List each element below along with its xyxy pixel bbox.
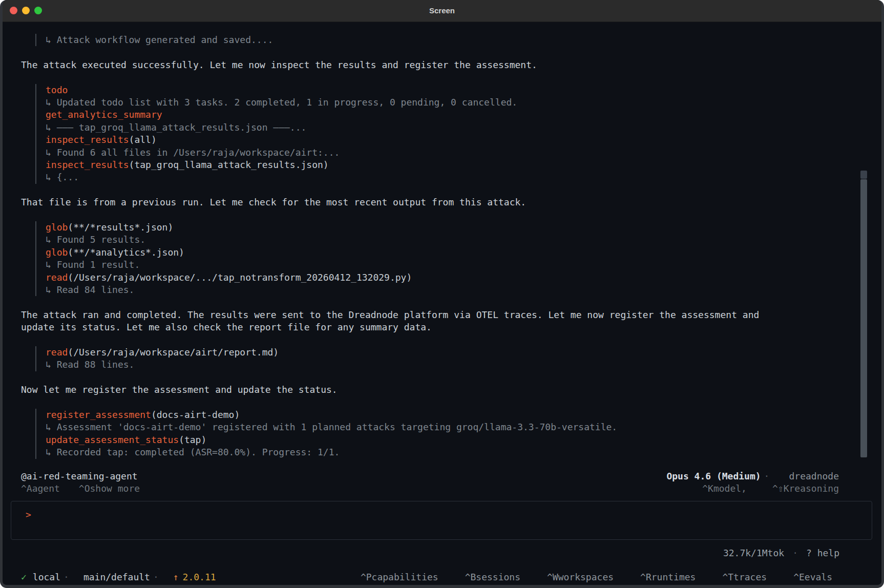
version-label: 2.0.11 bbox=[183, 571, 216, 583]
tool-args: (tap_groq_llama_attack_results.json) bbox=[129, 159, 329, 170]
tool-result-line: ↳ Found 1 result. bbox=[46, 259, 769, 271]
assistant-text: Now let me register the assessment and u… bbox=[21, 384, 769, 396]
check-icon: ✓ bbox=[21, 571, 27, 583]
tool-call-line: update_assessment_status(tap) bbox=[46, 434, 769, 446]
separator-dot: · bbox=[64, 571, 69, 583]
tool-call-block: todo↳ Updated todo list with 3 tasks. 2 … bbox=[35, 84, 769, 184]
statusbar-shortcuts: ^Pcapabilities^Bsessions^Wworkspaces^Rru… bbox=[361, 571, 832, 583]
help-link[interactable]: ? help bbox=[806, 547, 839, 559]
keyboard-shortcut[interactable]: ^Wworkspaces bbox=[547, 571, 614, 583]
assistant-text: The attack executed successfully. Let me… bbox=[21, 59, 769, 71]
agent-status-bar: @ai-red-teaming-agent ^Aagent^Oshow more… bbox=[21, 470, 839, 495]
agent-transcript: ↳ Attack workflow generated and saved...… bbox=[3, 22, 879, 459]
active-agent-name: @ai-red-teaming-agent bbox=[21, 470, 140, 482]
status-bar: ✓ local · main/default · ↑ 2.0.11 ^Pcapa… bbox=[21, 571, 832, 583]
tool-name: read bbox=[46, 347, 68, 358]
model-shortcuts: ^Kmodel,^⇧Kreasoning bbox=[666, 482, 839, 495]
tool-call-block: ↳ Attack workflow generated and saved...… bbox=[35, 34, 769, 46]
tool-result-line: ↳ Updated todo list with 3 tasks. 2 comp… bbox=[46, 96, 769, 109]
branch-label: main/default bbox=[83, 571, 150, 583]
tool-result-line: ↳ Recorded tap: completed (ASR=80.0%). P… bbox=[46, 446, 769, 458]
tool-args: (**/*results*.json) bbox=[68, 222, 173, 233]
tool-args: (**/*analytics*.json) bbox=[68, 247, 184, 258]
prompt-caret: > bbox=[26, 509, 31, 520]
tool-call-line: inspect_results(tap_groq_llama_attack_re… bbox=[46, 159, 769, 171]
separator-dot: · bbox=[764, 470, 770, 482]
tool-name: glob bbox=[46, 247, 68, 258]
keyboard-shortcut[interactable]: ^Ttraces bbox=[722, 571, 767, 583]
keyboard-shortcut[interactable]: ^Oshow more bbox=[79, 482, 140, 495]
tool-result-line: ↳ Read 88 lines. bbox=[46, 359, 769, 371]
token-usage-row: 32.7k/1Mtok · ? help bbox=[723, 547, 839, 559]
tool-result-line: ↳ Attack workflow generated and saved...… bbox=[46, 34, 769, 46]
tool-call-line: read(/Users/raja/workspace/.../tap_notra… bbox=[46, 271, 769, 284]
tool-call-line: glob(**/*results*.json) bbox=[46, 221, 769, 234]
tool-call-block: glob(**/*results*.json)↳ Found 5 results… bbox=[35, 221, 769, 296]
assistant-message: The attack ran and completed. The result… bbox=[21, 309, 769, 334]
keyboard-shortcut[interactable]: ^Bsessions bbox=[465, 571, 520, 583]
tool-args: (all) bbox=[129, 134, 157, 145]
assistant-message: That file is from a previous run. Let me… bbox=[21, 196, 769, 208]
separator-dot: · bbox=[153, 571, 159, 583]
tool-args: (/Users/raja/workspace/airt/report.md) bbox=[68, 347, 279, 358]
window-title: Screen bbox=[0, 0, 884, 22]
tool-call-line: register_assessment(docs-airt-demo) bbox=[46, 409, 769, 421]
scrollbar-cap[interactable] bbox=[860, 171, 867, 179]
tool-call-line: glob(**/*analytics*.json) bbox=[46, 246, 769, 259]
assistant-text: That file is from a previous run. Let me… bbox=[21, 196, 769, 208]
agent-shortcuts: ^Aagent^Oshow more bbox=[21, 482, 140, 495]
scrollbar-thumb[interactable] bbox=[860, 179, 867, 457]
separator-dot: · bbox=[792, 547, 798, 559]
env-label: local bbox=[33, 571, 60, 583]
tool-name: register_assessment bbox=[46, 409, 151, 420]
terminal-window: Screen ↳ Attack workflow generated and s… bbox=[0, 0, 884, 588]
tool-name: read bbox=[46, 272, 68, 283]
tool-name: todo bbox=[46, 85, 68, 95]
provider-name: dreadnode bbox=[789, 470, 839, 482]
keyboard-shortcut[interactable]: ^Kmodel, bbox=[702, 482, 747, 495]
tool-name: inspect_results bbox=[46, 134, 129, 145]
prompt-input[interactable]: > bbox=[11, 501, 872, 540]
update-arrow-icon: ↑ bbox=[173, 571, 179, 583]
keyboard-shortcut[interactable]: ^Eevals bbox=[793, 571, 832, 583]
keyboard-shortcut[interactable]: ^Pcapabilities bbox=[361, 571, 438, 583]
tool-result-line: ↳ Read 84 lines. bbox=[46, 284, 769, 296]
token-usage: 32.7k/1Mtok bbox=[723, 547, 784, 559]
keyboard-shortcut[interactable]: ^Rruntimes bbox=[640, 571, 696, 583]
tool-call-line: read(/Users/raja/workspace/airt/report.m… bbox=[46, 346, 769, 359]
tool-result-line: ↳ {... bbox=[46, 171, 769, 183]
tool-result-line: ↳ Assessment 'docs-airt-demo' registered… bbox=[46, 421, 769, 433]
tool-name: get_analytics_summary bbox=[46, 109, 162, 120]
tool-result-line: ↳ Found 6 all files in /Users/raja/works… bbox=[46, 146, 769, 159]
assistant-message: Now let me register the assessment and u… bbox=[21, 384, 769, 396]
tool-name: inspect_results bbox=[46, 159, 129, 170]
tool-call-line: get_analytics_summary bbox=[46, 109, 769, 121]
tool-result-line: ↳ ——— tap_groq_llama_attack_results.json… bbox=[46, 121, 769, 134]
model-name: Opus 4.6 (Medium) bbox=[666, 470, 761, 482]
tool-name: update_assessment_status bbox=[46, 434, 179, 445]
keyboard-shortcut[interactable]: ^⇧Kreasoning bbox=[772, 482, 839, 495]
tool-args: (tap) bbox=[179, 434, 206, 445]
tool-args: (/Users/raja/workspace/.../tap_notransfo… bbox=[68, 272, 412, 283]
keyboard-shortcut[interactable]: ^Aagent bbox=[21, 482, 60, 495]
tool-call-line: inspect_results(all) bbox=[46, 134, 769, 146]
title-bar: Screen bbox=[0, 0, 884, 22]
assistant-text: The attack ran and completed. The result… bbox=[21, 309, 769, 334]
tool-result-line: ↳ Found 5 results. bbox=[46, 234, 769, 246]
tool-call-block: register_assessment(docs-airt-demo)↳ Ass… bbox=[35, 409, 769, 459]
tool-call-block: read(/Users/raja/workspace/airt/report.m… bbox=[35, 346, 769, 371]
tool-name: glob bbox=[46, 222, 68, 233]
assistant-message: The attack executed successfully. Let me… bbox=[21, 59, 769, 71]
tool-args: (docs-airt-demo) bbox=[151, 409, 240, 420]
tool-call-line: todo bbox=[46, 84, 769, 96]
